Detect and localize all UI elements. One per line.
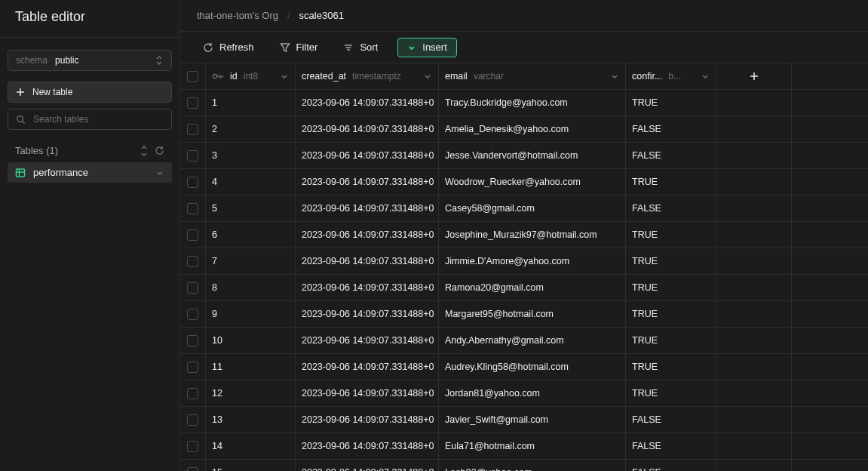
cell-confirmed[interactable]: TRUE (626, 248, 716, 274)
row-checkbox[interactable] (187, 229, 198, 241)
cell-email[interactable]: Leah93@yahoo.com (439, 460, 626, 471)
row-select-cell[interactable] (180, 460, 206, 471)
row-checkbox[interactable] (187, 177, 198, 188)
chevron-down-icon[interactable] (610, 72, 619, 81)
add-column-button[interactable] (716, 63, 792, 89)
cell-email[interactable]: Amelia_Denesik@yahoo.com (439, 116, 626, 142)
row-select-cell[interactable] (180, 143, 206, 168)
cell-created-at[interactable]: 2023-09-06 14:09:07.331488+0 (296, 90, 439, 115)
row-checkbox[interactable] (187, 124, 198, 135)
search-tables-input[interactable] (33, 114, 164, 125)
row-checkbox[interactable] (187, 388, 198, 399)
table-row[interactable]: 142023-09-06 14:09:07.331488+0Eula71@hot… (180, 433, 868, 460)
cell-confirmed[interactable]: FALSE (626, 116, 716, 142)
row-select-cell[interactable] (180, 301, 206, 327)
cell-created-at[interactable]: 2023-09-06 14:09:07.331488+0 (296, 328, 439, 353)
table-row[interactable]: 122023-09-06 14:09:07.331488+0Jordan81@y… (180, 380, 868, 407)
cell-confirmed[interactable]: FALSE (626, 433, 716, 459)
row-checkbox[interactable] (187, 282, 198, 294)
chevron-down-icon[interactable] (280, 72, 289, 81)
row-checkbox[interactable] (187, 414, 198, 426)
table-row[interactable]: 92023-09-06 14:09:07.331488+0Margaret95@… (180, 301, 868, 328)
schema-select[interactable]: schema public (8, 50, 172, 71)
cell-email[interactable]: Jesse.Vandervort@hotmail.com (439, 143, 626, 168)
insert-button[interactable]: Insert (397, 38, 457, 57)
cell-email[interactable]: Jimmie.D'Amore@yahoo.com (439, 248, 626, 274)
row-select-cell[interactable] (180, 380, 206, 406)
cell-created-at[interactable]: 2023-09-06 14:09:07.331488+0 (296, 116, 439, 142)
breadcrumb-project[interactable]: scale3061 (299, 10, 344, 21)
sidebar-table-performance[interactable]: performance (8, 162, 172, 183)
row-checkbox[interactable] (187, 335, 198, 346)
cell-confirmed[interactable]: FALSE (626, 460, 716, 471)
table-row[interactable]: 102023-09-06 14:09:07.331488+0Andy.Abern… (180, 328, 868, 354)
cell-email[interactable]: Audrey.Kling58@hotmail.com (439, 354, 626, 380)
cell-email[interactable]: Jordan81@yahoo.com (439, 380, 626, 406)
row-select-cell[interactable] (180, 90, 206, 115)
cell-created-at[interactable]: 2023-09-06 14:09:07.331488+0 (296, 222, 439, 248)
column-header-created-at[interactable]: created_at timestamptz (296, 63, 439, 89)
cell-email[interactable]: Casey58@gmail.com (439, 195, 626, 221)
table-row[interactable]: 32023-09-06 14:09:07.331488+0Jesse.Vande… (180, 143, 868, 169)
sort-button[interactable]: Sort (337, 38, 384, 56)
table-row[interactable]: 72023-09-06 14:09:07.331488+0Jimmie.D'Am… (180, 248, 868, 275)
table-row[interactable]: 52023-09-06 14:09:07.331488+0Casey58@gma… (180, 195, 868, 222)
row-checkbox[interactable] (187, 441, 198, 452)
select-all-checkbox[interactable] (187, 71, 198, 82)
cell-email[interactable]: Eula71@hotmail.com (439, 433, 626, 459)
cell-confirmed[interactable]: FALSE (626, 195, 716, 221)
row-checkbox[interactable] (187, 150, 198, 162)
cell-email[interactable]: Tracy.Buckridge@yahoo.com (439, 90, 626, 115)
cell-email[interactable]: Margaret95@hotmail.com (439, 301, 626, 327)
cell-created-at[interactable]: 2023-09-06 14:09:07.331488+0 (296, 169, 439, 195)
cell-confirmed[interactable]: TRUE (626, 275, 716, 300)
cell-id[interactable]: 1 (206, 90, 296, 115)
cell-email[interactable]: Josephine_Murazik97@hotmail.com (439, 222, 626, 248)
row-select-cell[interactable] (180, 328, 206, 353)
table-row[interactable]: 12023-09-06 14:09:07.331488+0Tracy.Buckr… (180, 90, 868, 116)
row-checkbox[interactable] (187, 203, 198, 214)
new-table-button[interactable]: New table (8, 82, 172, 103)
row-select-cell[interactable] (180, 169, 206, 195)
cell-confirmed[interactable]: TRUE (626, 354, 716, 380)
table-row[interactable]: 132023-09-06 14:09:07.331488+0Javier_Swi… (180, 407, 868, 433)
cell-created-at[interactable]: 2023-09-06 14:09:07.331488+0 (296, 380, 439, 406)
column-header-id[interactable]: id int8 (206, 63, 296, 89)
column-header-email[interactable]: email varchar (439, 63, 626, 89)
cell-created-at[interactable]: 2023-09-06 14:09:07.331488+0 (296, 460, 439, 471)
cell-created-at[interactable]: 2023-09-06 14:09:07.331488+0 (296, 248, 439, 274)
cell-id[interactable]: 12 (206, 380, 296, 406)
cell-id[interactable]: 4 (206, 169, 296, 195)
row-checkbox[interactable] (187, 467, 198, 472)
cell-confirmed[interactable]: FALSE (626, 143, 716, 168)
cell-id[interactable]: 8 (206, 275, 296, 300)
row-checkbox[interactable] (187, 97, 198, 109)
cell-confirmed[interactable]: TRUE (626, 90, 716, 115)
cell-id[interactable]: 11 (206, 354, 296, 380)
cell-id[interactable]: 5 (206, 195, 296, 221)
row-select-cell[interactable] (180, 222, 206, 248)
row-select-cell[interactable] (180, 195, 206, 221)
cell-created-at[interactable]: 2023-09-06 14:09:07.331488+0 (296, 275, 439, 300)
refresh-tables-icon[interactable] (155, 146, 164, 155)
row-select-cell[interactable] (180, 407, 206, 433)
table-row[interactable]: 152023-09-06 14:09:07.331488+0Leah93@yah… (180, 460, 868, 471)
cell-created-at[interactable]: 2023-09-06 14:09:07.331488+0 (296, 407, 439, 433)
cell-email[interactable]: Javier_Swift@gmail.com (439, 407, 626, 433)
table-row[interactable]: 22023-09-06 14:09:07.331488+0Amelia_Dene… (180, 116, 868, 143)
cell-created-at[interactable]: 2023-09-06 14:09:07.331488+0 (296, 195, 439, 221)
cell-id[interactable]: 3 (206, 143, 296, 168)
cell-confirmed[interactable]: TRUE (626, 169, 716, 195)
cell-id[interactable]: 6 (206, 222, 296, 248)
cell-created-at[interactable]: 2023-09-06 14:09:07.331488+0 (296, 433, 439, 459)
cell-confirmed[interactable]: FALSE (626, 407, 716, 433)
column-header-confirmed[interactable]: confir... b... (626, 63, 716, 89)
cell-id[interactable]: 13 (206, 407, 296, 433)
cell-id[interactable]: 14 (206, 433, 296, 459)
cell-id[interactable]: 9 (206, 301, 296, 327)
row-checkbox[interactable] (187, 362, 198, 373)
table-row[interactable]: 62023-09-06 14:09:07.331488+0Josephine_M… (180, 222, 868, 248)
cell-confirmed[interactable]: TRUE (626, 301, 716, 327)
search-tables-wrap[interactable] (8, 109, 172, 130)
cell-confirmed[interactable]: TRUE (626, 380, 716, 406)
